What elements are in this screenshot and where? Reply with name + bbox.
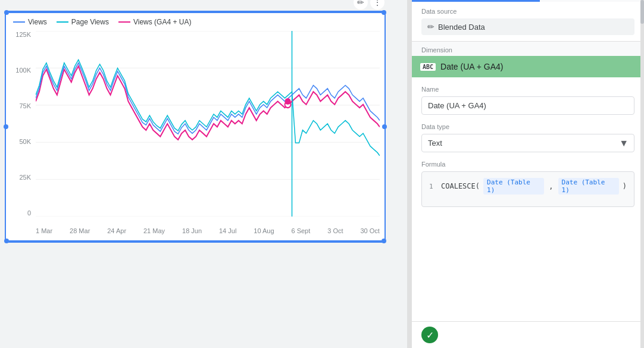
checkmark-icon: ✓ [426, 330, 434, 341]
field-type-badge: ABC [420, 63, 436, 71]
handle-dot-tr[interactable] [382, 10, 386, 15]
panel-divider [407, 0, 412, 348]
formula-chip-2[interactable]: Date (Table 1) [558, 178, 619, 195]
name-input[interactable] [421, 96, 634, 115]
name-section: Name [421, 86, 634, 115]
legend-pageviews: Page Views [57, 18, 109, 26]
y-label-100k: 100K [15, 67, 31, 74]
formula-close-paren: ) [623, 182, 627, 190]
y-label-50k: 50K [19, 138, 31, 145]
x-label-1mar: 1 Mar [36, 227, 52, 234]
data-type-label: Data type [421, 123, 634, 130]
handle-dot-bl[interactable] [4, 239, 9, 243]
data-source-edit-icon[interactable]: ✏ [427, 22, 434, 32]
x-label-28mar: 28 Mar [70, 227, 90, 234]
x-label-3oct: 3 Oct [327, 227, 343, 234]
edit-button[interactable]: ✏ [354, 0, 368, 10]
x-label-21may: 21 May [143, 227, 165, 234]
menu-button[interactable]: ⋮ [370, 0, 384, 10]
x-label-14jul: 14 Jul [219, 227, 236, 234]
field-header-title: Date (UA + GA4) [440, 62, 503, 71]
scrollbar[interactable] [640, 0, 644, 348]
chart-svg [36, 31, 380, 217]
data-type-select-wrapper: Text ▼ [421, 134, 634, 152]
data-type-section: Data type Text ▼ [421, 123, 634, 152]
x-label-24apr: 24 Apr [107, 227, 126, 234]
formula-label: Formula [421, 161, 634, 168]
right-panel: Data source ✏ Blended Data Dimension ABC… [412, 0, 644, 348]
y-label-25k: 25K [19, 174, 31, 181]
y-axis: 125K 100K 75K 50K 25K 0 [6, 31, 35, 217]
legend-line-pageviews [57, 21, 68, 23]
x-axis: 1 Mar 28 Mar 24 Apr 21 May 18 Jun 14 Jul… [36, 225, 380, 234]
formula-line: 1 COALESCE( Date (Table 1) , Date (Table… [429, 178, 627, 195]
data-type-select[interactable]: Text [421, 134, 634, 152]
data-source-value: ✏ Blended Data [421, 18, 634, 35]
chart-container: ✏ ⋮ Views Page Views Views (GA4 + UA) 12… [5, 11, 386, 243]
field-header: ABC Date (UA + GA4) [412, 56, 644, 77]
legend-line-ga4ua [118, 21, 130, 23]
scroll-thumb[interactable] [640, 0, 644, 24]
formula-editor[interactable]: 1 COALESCE( Date (Table 1) , Date (Table… [421, 171, 634, 207]
handle-top[interactable] [4, 10, 386, 15]
handle-bottom[interactable] [4, 239, 386, 243]
field-body: Name Data type Text ▼ Formula 1 [412, 77, 644, 321]
formula-section: Formula 1 COALESCE( Date (Table 1) , Dat… [421, 161, 634, 207]
data-source-text: Blended Data [438, 23, 485, 32]
x-label-6sept: 6 Sept [291, 227, 310, 234]
legend-views: Views [13, 18, 47, 26]
chart-panel: ✏ ⋮ Views Page Views Views (GA4 + UA) 12… [0, 0, 407, 348]
x-label-10aug: 10 Aug [254, 227, 274, 234]
data-source-label: Data source [421, 8, 634, 15]
bottom-bar: ✓ [412, 321, 644, 348]
svg-point-8 [285, 98, 291, 105]
legend-label-pageviews: Page Views [71, 18, 109, 26]
confirm-button[interactable]: ✓ [421, 327, 438, 343]
legend-views-ga4ua: Views (GA4 + UA) [118, 18, 191, 26]
handle-dot-br[interactable] [382, 239, 386, 243]
legend-line-views [13, 21, 25, 23]
x-label-18jun: 18 Jun [182, 227, 202, 234]
data-source-section: Data source ✏ Blended Data [412, 2, 644, 42]
chart-toolbar: ✏ ⋮ [354, 0, 384, 10]
y-label-125k: 125K [15, 31, 31, 38]
y-label-0: 0 [27, 209, 31, 217]
line-number: 1 [429, 183, 437, 190]
field-editor: ABC Date (UA + GA4) Name Data type Text … [412, 56, 644, 348]
chart-drawing-area: 125K 100K 75K 50K 25K 0 [6, 29, 384, 234]
legend-label-views: Views [28, 18, 47, 26]
dimension-section-label: Dimension [412, 42, 644, 56]
handle-dot-tl[interactable] [4, 10, 9, 15]
formula-comma: , [549, 182, 553, 190]
formula-chip-1[interactable]: Date (Table 1) [483, 178, 544, 195]
name-label: Name [421, 86, 634, 93]
y-label-75k: 75K [19, 102, 31, 109]
formula-function: COALESCE( [441, 182, 480, 190]
legend-label-ga4ua: Views (GA4 + UA) [133, 18, 191, 26]
x-label-30oct: 30 Oct [360, 227, 379, 234]
